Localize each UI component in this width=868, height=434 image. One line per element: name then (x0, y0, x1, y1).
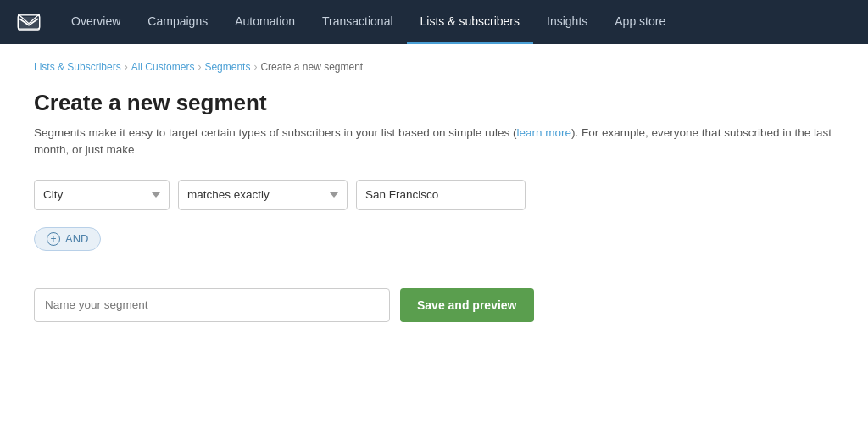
save-preview-button[interactable]: Save and preview (400, 288, 534, 322)
nav-item-app-store[interactable]: App store (601, 0, 679, 44)
main-content: Lists & Subscribers › All Customers › Se… (0, 44, 868, 434)
and-plus-icon: + (47, 232, 60, 246)
breadcrumb-current: Create a new segment (260, 61, 363, 73)
breadcrumb: Lists & Subscribers › All Customers › Se… (34, 61, 834, 73)
nav-items: Overview Campaigns Automation Transactio… (58, 0, 679, 44)
field-select[interactable]: City Email First Name Last Name Country … (34, 180, 170, 210)
page-description: Segments make it easy to target certain … (34, 125, 834, 159)
segment-name-input[interactable] (34, 288, 390, 322)
description-text-start: Segments make it easy to target certain … (34, 126, 517, 139)
nav-item-campaigns[interactable]: Campaigns (134, 0, 221, 44)
learn-more-link[interactable]: learn more (517, 126, 572, 139)
bottom-row: Save and preview (34, 288, 834, 322)
and-label: AND (65, 232, 88, 245)
breadcrumb-segments[interactable]: Segments (204, 61, 250, 73)
nav-item-overview[interactable]: Overview (58, 0, 134, 44)
segment-rule-row: City Email First Name Last Name Country … (34, 180, 834, 210)
nav-item-transactional[interactable]: Transactional (309, 0, 407, 44)
condition-select[interactable]: matches exactly contains does not contai… (178, 180, 348, 210)
navbar: Overview Campaigns Automation Transactio… (0, 0, 868, 44)
breadcrumb-sep-3: › (253, 61, 257, 73)
nav-item-lists-subscribers[interactable]: Lists & subscribers (407, 0, 533, 44)
value-input[interactable] (356, 180, 526, 210)
breadcrumb-sep-1: › (125, 61, 128, 73)
nav-item-insights[interactable]: Insights (533, 0, 601, 44)
breadcrumb-lists[interactable]: Lists & Subscribers (34, 61, 121, 73)
and-button[interactable]: + AND (34, 227, 101, 251)
logo (14, 7, 44, 37)
page-title: Create a new segment (34, 90, 834, 116)
nav-item-automation[interactable]: Automation (221, 0, 309, 44)
breadcrumb-all-customers[interactable]: All Customers (131, 61, 195, 73)
breadcrumb-sep-2: › (198, 61, 201, 73)
